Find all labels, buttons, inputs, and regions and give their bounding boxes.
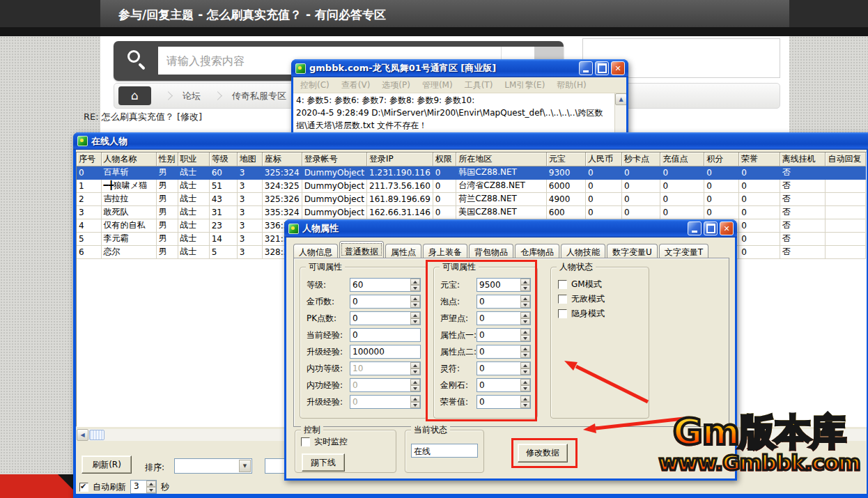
spin-down-icon[interactable] (520, 402, 530, 408)
spin-down-icon[interactable] (520, 352, 530, 358)
spin-up-icon[interactable] (410, 312, 420, 318)
tab-0[interactable]: 人物信息 (293, 244, 338, 258)
column-header[interactable]: 性别 (156, 153, 178, 166)
column-header[interactable]: 充值点 (660, 153, 704, 166)
partial-textbox[interactable] (265, 458, 286, 474)
column-header[interactable]: 所在地区 (456, 153, 546, 166)
tab-8[interactable]: 文字变量T (659, 244, 708, 258)
dropdown-arrow-icon[interactable]: ▼ (239, 460, 251, 472)
spin-down-icon[interactable] (410, 402, 420, 408)
table-row[interactable]: 0百草斩男战士603325:324DummyObject1.231.190.11… (77, 166, 866, 179)
spin-up-icon[interactable] (410, 362, 420, 368)
spinner-buttons[interactable] (410, 379, 420, 391)
menu-item[interactable]: 管理(M) (422, 79, 453, 91)
field-input[interactable]: 0 (476, 295, 531, 309)
field-input[interactable]: 0 (476, 345, 531, 359)
field-input[interactable]: 0 (476, 378, 531, 392)
spin-down-icon[interactable] (410, 368, 420, 375)
spin-up-icon[interactable] (520, 295, 530, 302)
spinner-buttons[interactable] (520, 329, 530, 341)
spin-down-icon[interactable] (520, 335, 530, 341)
spin-down-icon[interactable] (520, 385, 530, 391)
online-window-titlebar[interactable]: 在线人物 (73, 132, 868, 150)
field-input[interactable]: 60 (350, 278, 421, 292)
spin-up-icon[interactable] (520, 362, 530, 368)
spin-up-icon[interactable] (410, 279, 420, 285)
column-header[interactable]: 座标 (262, 153, 302, 166)
column-header[interactable]: 序号 (77, 153, 101, 166)
spinner-buttons[interactable] (410, 295, 420, 308)
spin-down-icon[interactable] (410, 302, 420, 308)
tab-5[interactable]: 仓库物品 (515, 244, 559, 258)
field-input[interactable]: 0 (350, 295, 421, 309)
column-header[interactable]: 积分 (704, 153, 739, 166)
隐身模式-checkbox[interactable] (558, 309, 567, 318)
field-input[interactable]: 0 (350, 328, 421, 342)
column-header[interactable]: 荣誉 (739, 153, 780, 166)
maximize-button[interactable] (704, 221, 718, 235)
spin-down-icon[interactable] (520, 285, 530, 291)
close-button[interactable] (611, 61, 625, 75)
spin-down-icon[interactable] (410, 318, 420, 325)
field-input[interactable]: 0 (350, 378, 421, 392)
maximize-button[interactable] (595, 61, 609, 75)
spin-up-icon[interactable] (520, 345, 530, 352)
home-button[interactable]: ⌂ (118, 86, 151, 105)
spinner-buttons[interactable] (410, 279, 420, 291)
minimize-button[interactable] (579, 61, 593, 75)
column-header[interactable]: 元宝 (546, 153, 585, 166)
column-header[interactable]: 登录帐号 (302, 153, 366, 166)
GM模式-checkbox[interactable] (558, 280, 567, 289)
field-input[interactable]: 0 (350, 395, 421, 409)
refresh-button[interactable]: 刷新(R) (82, 456, 132, 474)
scroll-left-icon[interactable]: ◀ (77, 429, 88, 441)
spin-up-icon[interactable] (410, 396, 420, 402)
spinner-buttons[interactable] (520, 295, 530, 308)
spin-up-icon[interactable] (410, 295, 420, 302)
spinner-buttons[interactable] (520, 396, 530, 408)
auto-refresh-checkbox[interactable] (79, 483, 88, 492)
spinner-buttons[interactable] (520, 312, 530, 325)
column-header[interactable]: 人民币 (585, 153, 621, 166)
close-button[interactable] (720, 221, 734, 235)
gm-window-titlebar[interactable]: gmbbk.com-龙飞凤舞01号通宵区 [商业版] (291, 59, 628, 77)
menu-item[interactable]: 工具(T) (465, 79, 493, 91)
tab-2[interactable]: 属性点 (385, 244, 421, 258)
field-input[interactable]: 10 (350, 361, 421, 375)
field-input[interactable]: 0 (476, 361, 531, 375)
无敌模式-checkbox[interactable] (558, 295, 567, 304)
spin-up-icon[interactable] (520, 329, 530, 335)
scroll-up-icon[interactable]: ▲ (615, 93, 626, 105)
column-header[interactable]: 登录IP (367, 153, 433, 166)
column-header[interactable]: 职业 (178, 153, 209, 166)
menu-item[interactable]: 帮助(H) (557, 79, 586, 91)
field-input[interactable]: 0 (476, 311, 531, 325)
realtime-monitor-checkbox[interactable] (301, 437, 310, 446)
table-row[interactable]: 2吉拉拉男战士433325:326DummyObject161.89.196.6… (77, 192, 866, 205)
menu-item[interactable]: LM引擎(E) (504, 79, 545, 91)
spin-up-icon[interactable] (520, 312, 530, 318)
spin-up-icon[interactable] (520, 396, 530, 402)
table-row[interactable]: 3敢死队男战士313335:324DummyObject162.66.31.14… (77, 205, 866, 219)
spinner-buttons[interactable] (520, 379, 530, 391)
spinner-buttons[interactable] (520, 362, 530, 375)
props-dialog-titlebar[interactable]: 人物属性 (284, 219, 737, 238)
column-header[interactable]: 地图 (237, 153, 262, 166)
breadcrumb-item-forum[interactable]: 论坛 (183, 90, 201, 102)
sort-dropdown[interactable]: ▼ (174, 458, 252, 474)
column-header[interactable]: 自动回复 (826, 153, 866, 166)
spinner-buttons[interactable] (410, 396, 420, 408)
column-header[interactable]: 人物名称 (101, 153, 156, 166)
tab-7[interactable]: 数字变量U (607, 244, 658, 258)
column-header[interactable]: 离线挂机 (780, 153, 826, 166)
field-input[interactable]: 0 (476, 395, 531, 409)
column-header[interactable]: 等级 (209, 153, 237, 166)
field-input[interactable]: 0 (350, 311, 421, 325)
column-header[interactable]: 权限 (433, 153, 456, 166)
spin-down-icon[interactable] (410, 385, 420, 391)
scrollbar-thumb[interactable] (89, 430, 104, 440)
spinner-buttons[interactable] (410, 362, 420, 375)
menu-item[interactable]: 控制(C) (300, 79, 330, 91)
field-input[interactable]: 9500 (476, 278, 531, 292)
spinner-buttons[interactable] (520, 345, 530, 358)
